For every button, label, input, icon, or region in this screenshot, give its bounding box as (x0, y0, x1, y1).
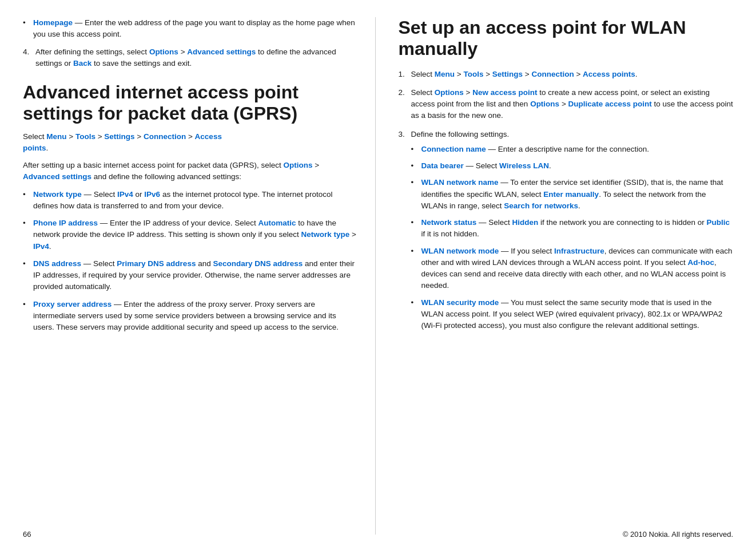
wlan-security-mode-term: WLAN security mode (421, 298, 499, 307)
top-item: Homepage — Enter the web address of the … (23, 17, 358, 69)
advanced-nav-line: Select Menu > Tools > Settings > Connect… (23, 131, 358, 155)
network-status-item: Network status — Select Hidden if the ne… (411, 217, 734, 240)
wireless-lan-link: Wireless LAN (499, 161, 549, 170)
intro-text-before: After setting up a basic internet access… (23, 161, 283, 169)
advanced-section: Advanced internet access point settings … (23, 82, 358, 333)
advanced-settings-link-adv: Advanced settings (23, 172, 91, 181)
advanced-section-title: Advanced internet access point settings … (23, 82, 358, 124)
right-item-1: 1. Select Menu > Tools > Settings > Conn… (399, 69, 734, 80)
r-options-link2: Options (530, 100, 559, 108)
phone-ip-term: Phone IP address (33, 219, 98, 227)
r-settings-link: Settings (492, 70, 523, 78)
right-numbered-list: 1. Select Menu > Tools > Settings > Conn… (399, 69, 734, 332)
advanced-bullet-list: Network type — Select IPv4 or IPv6 as th… (23, 189, 358, 334)
phone-ip-item: Phone IP address — Enter the IP address … (23, 217, 358, 252)
secondary-dns-link: Secondary DNS address (213, 259, 303, 268)
nav-points-link: points (23, 144, 46, 152)
data-bearer-term: Data bearer (421, 161, 464, 170)
nav-tools-link: Tools (75, 132, 96, 141)
dns-address-term: DNS address (33, 259, 81, 268)
left-column: Homepage — Enter the web address of the … (23, 17, 376, 535)
intro-end: and define the following advanced settin… (91, 172, 241, 181)
top-bullet-list: Homepage — Enter the web address of the … (23, 17, 358, 41)
network-type-link2: Network type (301, 230, 350, 239)
back-link-top: Back (73, 59, 91, 68)
wlan-network-name-term: WLAN network name (421, 178, 499, 187)
homepage-desc: — Enter the web address of the page you … (33, 18, 355, 38)
r-new-access-link: New access point (472, 88, 537, 97)
homepage-link: Homepage (33, 18, 73, 27)
network-status-term: Network status (421, 218, 477, 227)
ipv6-link: IPv6 (144, 190, 160, 199)
connection-name-term: Connection name (421, 145, 486, 153)
automatic-link: Automatic (258, 219, 296, 227)
ad-hoc-link: Ad-hoc (687, 258, 714, 267)
copyright-text: © 2010 Nokia. All rights reserved. (623, 529, 733, 540)
right-column: Set up an access point for WLAN manually… (376, 17, 734, 535)
item-num-4: 4. (23, 46, 29, 58)
homepage-item: Homepage — Enter the web address of the … (23, 17, 358, 41)
network-type-item: Network type — Select IPv4 or IPv6 as th… (23, 189, 358, 212)
top-numbered-item-4: 4. After defining the settings, select O… (23, 46, 358, 70)
top-numbered-list: 4. After defining the settings, select O… (23, 46, 358, 70)
wlan-security-mode-item: WLAN security mode — You must select the… (411, 297, 734, 332)
nav-access-link: Access (195, 132, 222, 141)
right-num-3: 3. (399, 129, 405, 140)
advanced-intro-text: After setting up a basic internet access… (23, 160, 358, 183)
page-container: Homepage — Enter the web address of the … (0, 0, 756, 546)
right-num-2: 2. (399, 87, 405, 98)
r-connection-link: Connection (531, 70, 574, 78)
right-num-1: 1. (399, 69, 405, 80)
nav-menu-link: Menu (46, 132, 66, 141)
page-footer: 66 © 2010 Nokia. All rights reserved. (0, 524, 756, 546)
right-sub-bullet-list: Connection name — Enter a descriptive na… (411, 144, 734, 332)
page-number: 66 (23, 529, 31, 540)
options-link-top: Options (149, 48, 178, 56)
ipv4-link2: IPv4 (33, 242, 49, 251)
dns-address-item: DNS address — Select Primary DNS address… (23, 258, 358, 293)
proxy-server-term: Proxy server address (33, 300, 112, 308)
search-networks-link: Search for networks (504, 201, 578, 210)
right-item-3: 3. Define the following settings. Connec… (399, 129, 734, 332)
r-options-link1: Options (435, 88, 464, 97)
options-link-adv: Options (283, 161, 312, 169)
hidden-link: Hidden (512, 218, 539, 227)
right-item-2: 2. Select Options > New access point to … (399, 87, 734, 122)
r-menu-link: Menu (435, 70, 455, 78)
primary-dns-link: Primary DNS address (117, 259, 196, 268)
item-text-before: After defining the settings, select (35, 48, 149, 56)
wlan-network-mode-item: WLAN network mode — If you select Infras… (411, 246, 734, 292)
nav-select-label: Select (23, 132, 46, 141)
wlan-network-name-item: WLAN network name — To enter the service… (411, 177, 734, 212)
nav-connection-link: Connection (144, 132, 186, 141)
advanced-settings-link-top: Advanced settings (187, 48, 256, 56)
right-section-title: Set up an access point for WLAN manually (399, 17, 734, 60)
network-type-term: Network type (33, 190, 82, 199)
r-access-link: Access points (583, 70, 635, 78)
r-tools-link: Tools (463, 70, 483, 78)
connection-name-item: Connection name — Enter a descriptive na… (411, 144, 734, 155)
proxy-server-item: Proxy server address — Enter the address… (23, 299, 358, 334)
infrastructure-link: Infrastructure (554, 247, 604, 255)
nav-settings-link: Settings (104, 132, 134, 141)
text-after-top: to save the settings and exit. (91, 59, 192, 68)
r-duplicate-link: Duplicate access point (568, 100, 652, 108)
wlan-network-mode-term: WLAN network mode (421, 247, 499, 255)
data-bearer-item: Data bearer — Select Wireless LAN. (411, 160, 734, 172)
enter-manually-link: Enter manually (543, 190, 599, 199)
ipv4-link: IPv4 (117, 190, 133, 199)
public-link: Public (707, 218, 730, 227)
